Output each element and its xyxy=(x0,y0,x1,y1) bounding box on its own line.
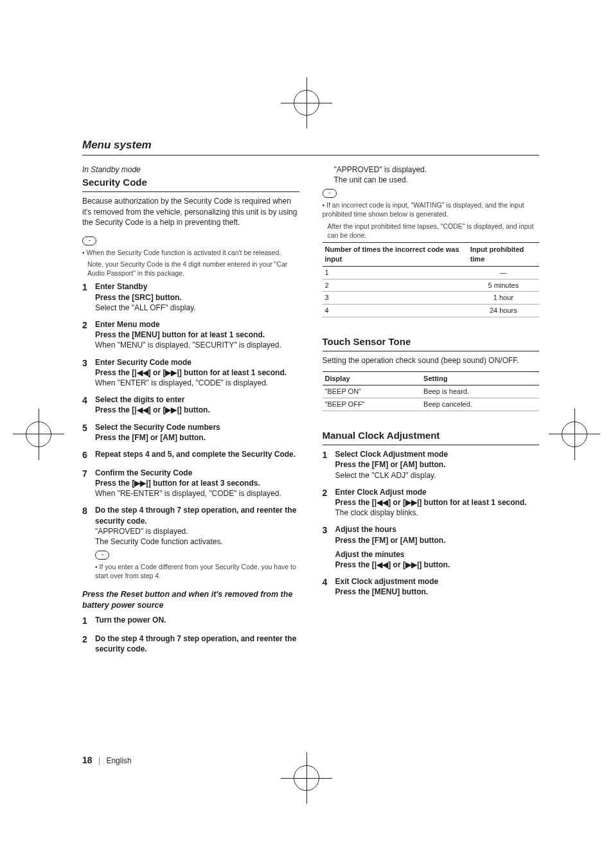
step-title: Do the step 4 through 7 step operation, … xyxy=(95,633,299,654)
cell: "BEEP OFF" xyxy=(323,398,422,411)
section-title: Menu system xyxy=(82,138,539,155)
feature-title-touch-tone: Touch Sensor Tone xyxy=(323,335,540,348)
step-number: 5 xyxy=(82,422,91,443)
feature-title-clock: Manual Clock Adjustment xyxy=(323,429,540,442)
clock-step-1: 1 Select Clock Adjustment mode Press the… xyxy=(323,449,540,481)
step-title: Confirm the Security Code xyxy=(95,468,281,478)
cropmark-top xyxy=(294,90,319,116)
table-row: 31 hour xyxy=(323,292,540,305)
step-number: 1 xyxy=(82,281,91,313)
step-number: 1 xyxy=(82,615,91,627)
security-note-1: • When the Security Code function is act… xyxy=(82,248,299,257)
note-icon: ··· xyxy=(323,189,337,198)
step-title: Turn the power ON. xyxy=(95,615,166,625)
step-5: 5 Select the Security Code numbers Press… xyxy=(82,422,299,443)
step-7: 7 Confirm the Security Code Press the [▶… xyxy=(82,468,299,499)
step-number: 1 xyxy=(323,449,332,481)
step-instruction: Press the [|◀◀] or [▶▶|] button for at l… xyxy=(95,368,287,378)
step-8: 8 Do the step 4 through 7 step operation… xyxy=(82,505,299,583)
cell: 1 hour xyxy=(468,292,539,305)
step-6: 6 Repeat steps 4 and 5, and complete the… xyxy=(82,449,299,461)
step-number: 8 xyxy=(82,505,91,583)
divider xyxy=(323,351,540,351)
step-detail: "APPROVED" is displayed. The Security Co… xyxy=(95,526,299,547)
step-number: 2 xyxy=(82,633,91,654)
cell: "BEEP ON" xyxy=(323,385,422,398)
cell: Beep is heard. xyxy=(421,385,539,398)
step-number: 3 xyxy=(323,524,332,570)
step-detail: The clock display blinks. xyxy=(335,508,527,518)
step-title: Enter Standby xyxy=(95,281,196,292)
step-instruction: Press the [SRC] button. xyxy=(95,292,196,303)
step-title: Select the Security Code numbers xyxy=(95,422,220,432)
step-instruction: Press the [▶▶|] button for at least 3 se… xyxy=(95,478,281,488)
step-detail: When "ENTER" is displayed, "CODE" is dis… xyxy=(95,378,287,388)
reset-steps: 1 Turn the power ON. 2 Do the step 4 thr… xyxy=(82,615,299,654)
reset-step-1: 1 Turn the power ON. xyxy=(82,615,299,627)
waiting-note-2: After the input prohibited time lapses, … xyxy=(323,222,540,240)
step-title: Select the digits to enter xyxy=(95,394,210,405)
step-number: 4 xyxy=(82,394,91,415)
step-title: Do the step 4 through 7 step operation, … xyxy=(95,505,299,526)
divider xyxy=(82,191,299,192)
table-row: 1— xyxy=(323,266,540,279)
reset-heading: Press the Reset button and when it's rem… xyxy=(82,589,299,611)
beep-table: Display Setting "BEEP ON"Beep is heard. … xyxy=(323,371,540,412)
clock-step-2: 2 Enter Clock Adjust mode Press the [|◀◀… xyxy=(323,487,540,518)
table-row: 25 minutes xyxy=(323,279,540,292)
table-row: "BEEP ON"Beep is heard. xyxy=(323,385,540,398)
step-instruction: Press the [MENU] button. xyxy=(335,587,439,597)
cell: Beep canceled. xyxy=(421,398,539,411)
right-column: "APPROVED" is displayed. The unit can be… xyxy=(323,164,540,661)
footer-separator: | xyxy=(98,756,100,765)
cell: — xyxy=(468,266,539,279)
page-footer: 18 | English xyxy=(82,754,132,766)
step-title: Repeat steps 4 and 5, and complete the S… xyxy=(95,449,296,459)
two-column-layout: In Standby mode Security Code Because au… xyxy=(82,164,539,661)
step-title-2: Adjust the minutes xyxy=(335,549,450,560)
touch-tone-intro: Setting the operation check sound (beep … xyxy=(323,355,540,366)
table-header-time: Input prohibited time xyxy=(468,243,539,267)
left-column: In Standby mode Security Code Because au… xyxy=(82,164,299,661)
cell: 24 hours xyxy=(468,305,539,317)
step-instruction: Press the [FM] or [AM] button. xyxy=(95,432,220,443)
clock-step-3: 3 Adjust the hours Press the [FM] or [AM… xyxy=(323,524,540,570)
table-row: 424 hours xyxy=(323,305,540,317)
step-3: 3 Enter Security Code mode Press the [|◀… xyxy=(82,357,299,389)
table-header-attempts: Number of times the incorrect code was i… xyxy=(323,243,468,267)
cell: 3 xyxy=(323,292,468,305)
page-number: 18 xyxy=(82,755,93,765)
cell: 4 xyxy=(323,305,468,317)
security-steps: 1 Enter Standby Press the [SRC] button. … xyxy=(82,281,299,583)
step-title: Enter Clock Adjust mode xyxy=(335,487,527,497)
step-instruction-2: Press the [|◀◀] or [▶▶|] button. xyxy=(335,560,450,570)
step-instruction: Press the [FM] or [AM] button. xyxy=(335,535,450,545)
step-number: 3 xyxy=(82,357,91,389)
cropmark-left xyxy=(26,421,51,447)
step-detail: When "RE-ENTER" is displayed, "CODE" is … xyxy=(95,488,281,499)
step-detail: Select the "CLK ADJ" display. xyxy=(335,470,449,481)
table-header-display: Display xyxy=(323,371,422,385)
step-number: 2 xyxy=(82,319,91,351)
step-number: 7 xyxy=(82,468,91,499)
step-8-subnote-text: If you enter a Code different from your … xyxy=(95,563,296,580)
waiting-note-1: • If an incorrect code is input, "WAITIN… xyxy=(323,200,540,218)
security-note-2: Note, your Security Code is the 4 digit … xyxy=(82,260,299,278)
approved-line-1: "APPROVED" is displayed. xyxy=(334,164,540,175)
step-title: Enter Security Code mode xyxy=(95,357,287,368)
step-4: 4 Select the digits to enter Press the [… xyxy=(82,394,299,415)
cell: 2 xyxy=(323,279,468,292)
step-number: 2 xyxy=(323,487,332,518)
security-note-1-text: When the Security Code function is activ… xyxy=(87,249,281,256)
clock-steps: 1 Select Clock Adjustment mode Press the… xyxy=(323,449,540,597)
step-instruction: Press the [|◀◀] or [▶▶|] button for at l… xyxy=(335,497,527,508)
step-title: Enter Menu mode xyxy=(95,319,281,330)
clock-step-4: 4 Exit Clock adjustment mode Press the [… xyxy=(323,576,540,597)
step-8-subnote: • If you enter a Code different from you… xyxy=(95,562,299,580)
divider xyxy=(323,445,540,445)
table-row: "BEEP OFF"Beep canceled. xyxy=(323,398,540,411)
step-title: Select Clock Adjustment mode xyxy=(335,449,449,459)
cell: 5 minutes xyxy=(468,279,539,292)
approved-line-2: The unit can be used. xyxy=(334,175,540,185)
cropmark-bottom xyxy=(294,765,319,791)
